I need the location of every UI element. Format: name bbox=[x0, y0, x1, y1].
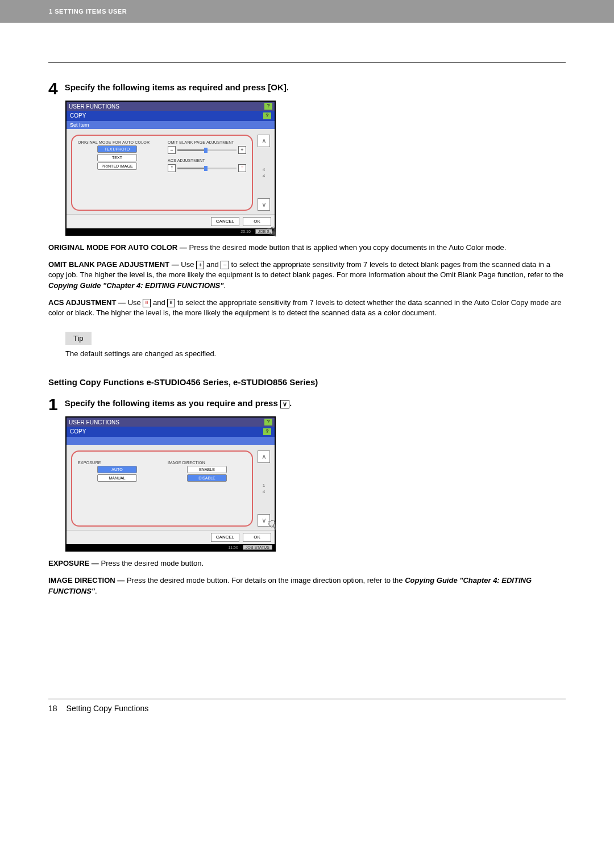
slider-acs[interactable]: ⠿ ⠿ bbox=[168, 164, 246, 172]
ss-footer: CANCEL OK bbox=[67, 530, 275, 544]
col-exposure: EXPOSURE AUTO MANUAL bbox=[78, 461, 156, 521]
color-dots-icon: ⠿ bbox=[143, 299, 151, 307]
help-icon[interactable]: ? bbox=[264, 419, 272, 425]
ss-subbar bbox=[67, 437, 275, 445]
col-original-mode: ORIGINAL MODE FOR AUTO COLOR TEXT/PHOTO … bbox=[78, 140, 156, 205]
btn-printed-image[interactable]: PRINTED IMAGE bbox=[97, 162, 137, 170]
footer-title: Setting Copy Functions bbox=[67, 704, 149, 713]
desc-acs: ACS ADJUSTMENT — Use ⠿ and ⠿ to select t… bbox=[48, 298, 566, 318]
tab-copy[interactable]: COPY bbox=[70, 428, 86, 435]
plus-icon[interactable]: + bbox=[238, 146, 246, 154]
btn-text[interactable]: TEXT bbox=[97, 154, 137, 161]
color-dots-icon[interactable]: ⠿ bbox=[238, 164, 246, 172]
ss-title: USER FUNCTIONS bbox=[69, 103, 119, 110]
tab-copy[interactable]: COPY bbox=[70, 112, 86, 119]
scroll-down-icon[interactable]: ∨ bbox=[258, 198, 270, 211]
cursor-hand-icon: ☟ bbox=[267, 224, 279, 241]
help-icon[interactable]: ? bbox=[263, 428, 271, 435]
btn-text-photo[interactable]: TEXT/PHOTO bbox=[97, 145, 137, 153]
screenshot-copy-settings-2: USER FUNCTIONS ? COPY ? EXPOSURE AUTO MA… bbox=[65, 416, 276, 552]
page-indicator: 14 bbox=[262, 483, 265, 494]
ss-scroll: ∧ 44 ∨ bbox=[258, 135, 270, 211]
ss-status: 20:10 JOB S bbox=[67, 228, 275, 235]
section-heading: Setting Copy Functions e-STUDIO456 Serie… bbox=[48, 377, 566, 387]
step-number: 1 bbox=[48, 396, 58, 413]
help-icon[interactable]: ? bbox=[263, 112, 271, 119]
ss-tabbar: COPY ? bbox=[67, 427, 275, 437]
screenshot-copy-settings-1: USER FUNCTIONS ? COPY ? Set Item ORIGINA… bbox=[65, 101, 276, 236]
footer-area: 18 Setting Copy Functions bbox=[48, 699, 566, 713]
label-exposure: EXPOSURE bbox=[78, 461, 156, 465]
ok-button[interactable]: OK bbox=[243, 533, 271, 542]
ss-scroll: ∧ 14 ∨ bbox=[258, 450, 270, 527]
bottom-rule bbox=[48, 699, 566, 699]
step-1: 1 Specify the following items as you req… bbox=[48, 396, 566, 413]
down-button-icon: ∨ bbox=[280, 400, 289, 408]
ss-titlebar: USER FUNCTIONS ? bbox=[67, 418, 275, 427]
slider-omit-blank[interactable]: − + bbox=[168, 146, 246, 154]
col-adjustments: OMIT BLANK PAGE ADJUSTMENT − + ACS ADJUS… bbox=[168, 140, 246, 205]
ss-body: ORIGINAL MODE FOR AUTO COLOR TEXT/PHOTO … bbox=[67, 129, 275, 214]
ss-panel: ORIGINAL MODE FOR AUTO COLOR TEXT/PHOTO … bbox=[71, 135, 253, 211]
step-title: Specify the following items as you requi… bbox=[65, 396, 292, 408]
btn-disable[interactable]: DISABLE bbox=[187, 474, 227, 482]
desc-exposure: EXPOSURE — Press the desired mode button… bbox=[48, 558, 566, 569]
desc-original-mode: ORIGINAL MODE FOR AUTO COLOR — Press the… bbox=[48, 243, 566, 253]
btn-auto[interactable]: AUTO bbox=[97, 466, 137, 473]
plus-icon: + bbox=[196, 261, 204, 269]
minus-icon[interactable]: − bbox=[168, 146, 176, 154]
breadcrumb: 1 SETTING ITEMS USER bbox=[49, 8, 127, 15]
top-rule bbox=[48, 62, 566, 63]
ss-titlebar: USER FUNCTIONS ? bbox=[67, 102, 275, 111]
bw-dots-icon[interactable]: ⠿ bbox=[168, 164, 176, 172]
header-bar: 1 SETTING ITEMS USER bbox=[0, 0, 614, 23]
ss-tabbar: COPY ? bbox=[67, 111, 275, 121]
page-number: 18 bbox=[48, 704, 57, 713]
bw-dots-icon: ⠿ bbox=[167, 299, 175, 307]
ok-button[interactable]: OK bbox=[243, 217, 271, 226]
scroll-up-icon[interactable]: ∧ bbox=[258, 135, 270, 147]
label-acs: ACS ADJUSTMENT bbox=[168, 158, 246, 162]
tip-text: The default settings are changed as spec… bbox=[65, 349, 566, 358]
tip-box: Tip bbox=[65, 332, 92, 345]
scroll-up-icon[interactable]: ∧ bbox=[258, 450, 270, 463]
col-image-direction: IMAGE DIRECTION ENABLE DISABLE bbox=[168, 461, 246, 521]
ss-footer: CANCEL OK bbox=[67, 214, 275, 228]
ss-status: 11:56 JOB STATUS bbox=[67, 544, 275, 550]
ss-subbar: Set Item bbox=[67, 121, 275, 129]
page-indicator: 44 bbox=[262, 168, 265, 178]
step-number: 4 bbox=[48, 80, 58, 97]
cancel-button[interactable]: CANCEL bbox=[211, 217, 239, 226]
label-image-direction: IMAGE DIRECTION bbox=[168, 461, 246, 465]
minus-icon: − bbox=[221, 261, 229, 269]
cancel-button[interactable]: CANCEL bbox=[211, 533, 239, 542]
label-original-mode: ORIGINAL MODE FOR AUTO COLOR bbox=[78, 140, 156, 144]
desc-omit-blank: OMIT BLANK PAGE ADJUSTMENT — Use + and −… bbox=[48, 260, 566, 291]
page-content: 4 Specify the following items as require… bbox=[0, 23, 614, 724]
step-4: 4 Specify the following items as require… bbox=[48, 80, 566, 97]
ss-panel: EXPOSURE AUTO MANUAL IMAGE DIRECTION ENA… bbox=[71, 450, 253, 527]
desc-image-direction: IMAGE DIRECTION — Press the desired mode… bbox=[48, 575, 566, 596]
help-icon[interactable]: ? bbox=[264, 103, 272, 110]
job-status-button[interactable]: JOB STATUS bbox=[243, 545, 272, 550]
ss-body: EXPOSURE AUTO MANUAL IMAGE DIRECTION ENA… bbox=[67, 445, 275, 530]
btn-enable[interactable]: ENABLE bbox=[187, 466, 227, 473]
page-footer: 18 Setting Copy Functions bbox=[48, 704, 566, 713]
ss-title: USER FUNCTIONS bbox=[69, 419, 119, 425]
step-title: Specify the following items as required … bbox=[65, 80, 289, 92]
btn-manual[interactable]: MANUAL bbox=[97, 474, 137, 482]
label-omit-blank: OMIT BLANK PAGE ADJUSTMENT bbox=[168, 140, 246, 144]
